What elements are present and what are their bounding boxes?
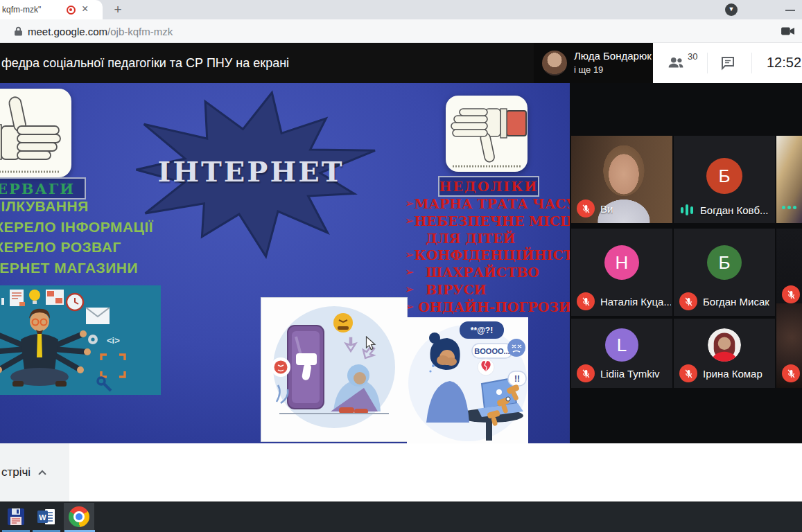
mouse-cursor [365,336,376,354]
windows-taskbar: W УКР 0 [0,502,802,532]
participants-button[interactable]: 30 [667,53,699,73]
exclaim-bubble-text: !! [514,374,520,384]
participant-name: Богдан Ковб... [700,204,769,216]
floppy-app-icon [6,507,26,526]
cons-item: ДЛЯ ДІТЕЙ [426,230,515,247]
word-app-icon: W [37,507,56,526]
mic-muted-icon [577,292,595,310]
meet-clock: 12:52 [767,55,801,71]
cons-item: КОНФІДЕНЦІЙНІСТЬ [414,247,570,264]
mic-muted-icon [782,364,800,382]
swear-bubble-text: **@?! [471,326,493,335]
participant-name: Ірина Комар [703,368,762,380]
arrow-bullet: ➢ [405,213,414,230]
new-tab-button[interactable]: + [110,1,126,18]
minimize-button[interactable] [785,10,795,11]
avatar-photo [708,328,741,362]
participant-tile[interactable]: Н Наталія Куца... [571,229,672,316]
lock-icon[interactable] [14,26,23,39]
url-toolbar: meet.google.com/ojb-kqfm-mzk [0,19,802,43]
taskbar-app-word[interactable]: W [32,503,61,531]
taskbar-app-floppy[interactable] [1,503,30,531]
cyberbullying-illustration-2: **@?! BOOOO... !! [407,317,528,443]
internet-starburst: ІНТЕРНЕТ [119,87,383,256]
chat-icon [720,55,736,71]
meet-header: федра соціальної педагогіки та СР ПНУ на… [0,43,802,83]
download-indicator-icon[interactable]: ▼ [725,3,738,16]
participant-name: Наталія Куца... [600,296,671,308]
participant-tile[interactable]: Ірина Комар [674,319,775,388]
cons-item: ОНДАЙН-ПОГРОЗИ [418,299,570,316]
presenter-name: Люда Бондарюк [574,50,652,62]
svg-text:W: W [39,513,46,522]
participants-grid: Ви Б Богдан Ковб... Н Наталія Куца [570,83,802,443]
avatar-initial: L [617,335,627,356]
url-host: meet.google.com [28,26,107,37]
avatar: Б [706,158,742,194]
recording-indicator-icon [67,6,76,15]
mic-muted-icon [782,285,800,303]
meet-control-bar: стрічі Підняти руку Кафедра соціальної п… [0,443,802,502]
participant-tile-you[interactable]: Ви [571,136,672,223]
meeting-details-label: стрічі [1,466,30,479]
presenter-more-count: і ще 19 [574,64,603,75]
chat-button[interactable] [720,55,736,74]
participant-name: Ви [600,203,613,215]
participant-name: Lidiia Tymkiv [600,368,660,380]
meeting-details-button[interactable]: стрічі [0,443,69,502]
camera-allowed-icon[interactable] [781,25,796,40]
mic-muted-icon [679,364,697,382]
browser-tab[interactable]: kqfm-mzk" × [0,0,103,19]
cons-heading-box: НЕДОЛІКИ [438,176,539,197]
participant-tile[interactable]: L Lidiia Tymkiv [571,319,672,388]
avatar: Б [707,245,742,280]
arrow-bullet: ➢ [405,195,414,213]
url-path: /ojb-kqfm-mzk [107,26,173,37]
chevron-up-icon [37,466,47,479]
participant-tile-partial[interactable] [776,136,802,223]
screen: kqfm-mzk" × + ▼ meet.google.com/ojb-kqfm… [0,0,802,532]
participant-tile[interactable]: Б Богдан Ковб... [674,136,775,223]
mic-muted-icon [679,292,697,310]
arrow-bullet: ➢ [405,247,414,264]
mic-muted-icon [577,200,595,218]
slide-title: ІНТЕРНЕТ [119,155,383,188]
divider [707,53,708,73]
thumbs-down-image [446,96,528,172]
multitasking-man-illustration: <i> [0,285,161,395]
speaking-indicator-icon [679,202,695,218]
mic-muted-icon [577,364,595,382]
cons-heading: НЕДОЛІКИ [439,179,539,194]
booo-bubble-text: BOOOO... [474,347,509,355]
arrow-bullet: ➢ [405,281,426,299]
close-tab-icon[interactable]: × [82,3,88,15]
participants-count: 30 [688,51,697,62]
participant-name: Богдан Мисак [703,296,769,308]
avatar: L [605,328,638,362]
cons-item: МАРНА ТРАТА ЧАСУ [414,195,570,213]
presentation-banner-title: федра соціальної педагогіки та СР ПНУ на… [1,56,289,71]
browser-tab-strip: kqfm-mzk" × + ▼ [0,0,802,19]
people-icon [667,53,685,71]
cons-item: ШАХРАЙСТВО [426,264,539,281]
pros-heading: ПЕРВАГИ [0,180,75,197]
presenter-chip[interactable]: Люда Бондарюк і ще 19 [534,43,653,83]
address-bar[interactable]: meet.google.com/ojb-kqfm-mzk [28,26,173,37]
tab-title: kqfm-mzk" [2,5,41,15]
meet-header-actions: 30 12:52 [653,43,802,83]
cons-item: НЕБЕЗПЕЧНЕ МІСЦЕ [414,213,570,230]
more-options-icon [782,206,796,209]
thumbs-up-image [0,89,71,177]
cons-item: ВІРУСИ [426,281,487,299]
taskbar-app-chrome[interactable] [64,503,94,531]
avatar-initial: Б [718,252,730,274]
divider [751,53,752,73]
pros-item: ТЕРНЕТ МАГАЗИНИ [0,258,153,278]
participant-tile-partial[interactable] [776,303,802,388]
avatar-initial: Н [616,252,629,274]
arrow-bullet [405,230,426,247]
presenter-avatar [542,51,567,76]
participant-tile[interactable]: Б Богдан Мисак [674,229,775,316]
shared-presentation-slide: ПЕРВАГИ ПІЛКУВАННЯ ЖЕРЕЛО ІНФОРМАЦІЇ ЖЕР… [0,83,570,443]
cons-list: ➢МАРНА ТРАТА ЧАСУ ➢НЕБЕЗПЕЧНЕ МІСЦЕ ДЛЯ … [405,195,570,316]
